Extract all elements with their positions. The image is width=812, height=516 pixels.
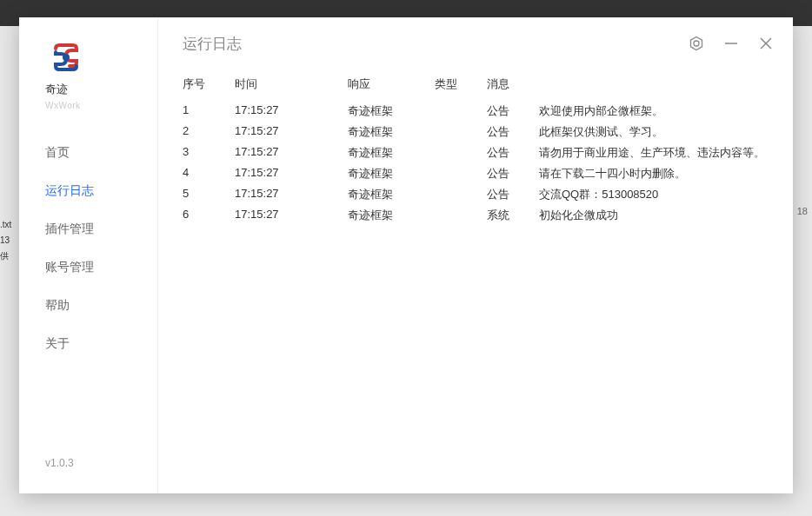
cell-type: 公告 xyxy=(487,124,539,140)
cell-cat xyxy=(435,145,487,161)
svg-marker-1 xyxy=(691,37,702,50)
sidebar-nav: 首页 运行日志 插件管理 账号管理 帮助 关于 xyxy=(19,145,157,352)
col-header-time: 时间 xyxy=(235,76,348,92)
table-row[interactable]: 317:15:27奇迹框架公告请勿用于商业用途、生产环境、违法内容等。 xyxy=(183,142,769,163)
desktop-background-text-right: 18 xyxy=(797,206,808,216)
table-row[interactable]: 217:15:27奇迹框架公告此框架仅供测试、学习。 xyxy=(183,122,769,142)
titlebar: 运行日志 xyxy=(158,17,793,69)
svg-point-2 xyxy=(694,41,699,46)
app-window: 奇迹 WxWork 首页 运行日志 插件管理 账号管理 帮助 关于 v1.0.3… xyxy=(19,17,793,493)
cell-time: 17:15:27 xyxy=(235,124,348,140)
cell-resp: 奇迹框架 xyxy=(348,208,435,223)
cell-cat xyxy=(435,103,487,119)
sidebar-item-logs[interactable]: 运行日志 xyxy=(45,183,157,199)
cell-msg: 请在下载二十四小时内删除。 xyxy=(539,166,769,182)
cell-time: 17:15:27 xyxy=(235,145,348,161)
cell-type: 系统 xyxy=(487,208,539,223)
table-row[interactable]: 617:15:27奇迹框架系统初始化企微成功 xyxy=(183,205,769,226)
log-table: 序号 时间 响应 类型 消息 117:15:27奇迹框架公告欢迎使用内部企微框架… xyxy=(183,69,769,226)
col-header-seq: 序号 xyxy=(183,76,235,92)
cell-type: 公告 xyxy=(487,145,539,161)
col-header-type: 消息 xyxy=(487,76,539,92)
settings-icon[interactable] xyxy=(689,36,704,51)
cell-msg: 此框架仅供测试、学习。 xyxy=(539,124,769,140)
cell-type: 公告 xyxy=(487,187,539,202)
cell-seq: 4 xyxy=(183,166,235,182)
cell-seq: 2 xyxy=(183,124,235,140)
app-subtitle: WxWork xyxy=(45,101,81,110)
cell-cat xyxy=(435,187,487,202)
table-row[interactable]: 417:15:27奇迹框架公告请在下载二十四小时内删除。 xyxy=(183,163,769,184)
cell-msg: 初始化企微成功 xyxy=(539,208,769,223)
svg-point-0 xyxy=(63,54,70,61)
cell-seq: 3 xyxy=(183,145,235,161)
window-controls xyxy=(689,36,774,51)
cell-cat xyxy=(435,166,487,182)
cell-type: 公告 xyxy=(487,103,539,119)
sidebar-item-help[interactable]: 帮助 xyxy=(45,298,157,314)
content: 序号 时间 响应 类型 消息 117:15:27奇迹框架公告欢迎使用内部企微框架… xyxy=(158,69,793,493)
cell-seq: 5 xyxy=(183,187,235,202)
cell-time: 17:15:27 xyxy=(235,208,348,223)
sidebar-item-accounts[interactable]: 账号管理 xyxy=(45,260,157,275)
table-header: 序号 时间 响应 类型 消息 xyxy=(183,69,769,101)
cell-resp: 奇迹框架 xyxy=(348,145,435,161)
cell-resp: 奇迹框架 xyxy=(348,103,435,119)
version-label: v1.0.3 xyxy=(19,457,157,493)
cell-msg: 交流QQ群：513008520 xyxy=(539,187,769,202)
cell-time: 17:15:27 xyxy=(235,166,348,182)
cell-resp: 奇迹框架 xyxy=(348,166,435,182)
page-title: 运行日志 xyxy=(183,34,242,54)
cell-type: 公告 xyxy=(487,166,539,182)
sidebar-item-about[interactable]: 关于 xyxy=(45,336,157,352)
cell-msg: 欢迎使用内部企微框架。 xyxy=(539,103,769,119)
cell-time: 17:15:27 xyxy=(235,187,348,202)
app-name: 奇迹 xyxy=(45,82,68,97)
main-area: 运行日志 xyxy=(158,17,793,493)
sidebar-item-home[interactable]: 首页 xyxy=(45,145,157,161)
app-logo-icon xyxy=(50,42,82,73)
cell-time: 17:15:27 xyxy=(235,103,348,119)
sidebar-item-plugins[interactable]: 插件管理 xyxy=(45,222,157,237)
table-row[interactable]: 517:15:27奇迹框架公告交流QQ群：513008520 xyxy=(183,184,769,205)
col-header-cat: 类型 xyxy=(435,76,487,92)
minimize-button[interactable] xyxy=(723,36,739,51)
col-header-resp: 响应 xyxy=(348,76,435,92)
logo-area: 奇迹 WxWork xyxy=(19,42,157,110)
cell-cat xyxy=(435,208,487,223)
cell-cat xyxy=(435,124,487,140)
cell-seq: 6 xyxy=(183,208,235,223)
close-button[interactable] xyxy=(758,36,774,51)
table-row[interactable]: 117:15:27奇迹框架公告欢迎使用内部企微框架。 xyxy=(183,101,769,122)
cell-resp: 奇迹框架 xyxy=(348,187,435,202)
cell-seq: 1 xyxy=(183,103,235,119)
col-header-msg xyxy=(539,76,769,92)
cell-msg: 请勿用于商业用途、生产环境、违法内容等。 xyxy=(539,145,769,161)
desktop-background-text: .txt 13 供 xyxy=(0,217,11,264)
cell-resp: 奇迹框架 xyxy=(348,124,435,140)
sidebar: 奇迹 WxWork 首页 运行日志 插件管理 账号管理 帮助 关于 v1.0.3 xyxy=(19,17,158,493)
